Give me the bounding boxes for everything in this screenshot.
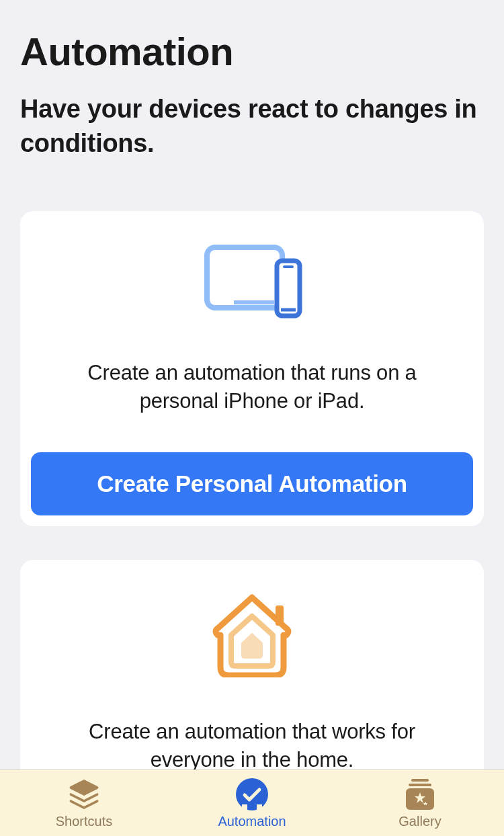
create-personal-automation-button[interactable]: Create Personal Automation [31,452,473,515]
devices-icon [31,245,473,319]
gallery-icon [403,778,437,811]
home-automation-card: Create an automation that works for ever… [20,560,484,801]
tab-shortcuts-label: Shortcuts [56,814,112,829]
svg-rect-8 [257,804,262,810]
tab-automation[interactable]: Automation [168,778,336,829]
svg-rect-0 [207,247,282,308]
tab-bar: Shortcuts Automation Gallery [0,769,504,836]
svg-rect-10 [409,784,431,786]
page-title: Automation [20,30,484,73]
svg-rect-9 [411,779,429,782]
tab-shortcuts[interactable]: Shortcuts [0,778,168,829]
svg-point-6 [236,778,268,810]
svg-rect-5 [276,605,284,626]
personal-automation-card: Create an automation that runs on a pers… [20,211,484,526]
tab-automation-label: Automation [218,814,286,829]
shortcuts-icon [67,778,101,811]
svg-rect-7 [242,804,247,810]
personal-card-description: Create an automation that runs on a pers… [31,359,473,415]
home-card-description: Create an automation that works for ever… [31,718,473,774]
tab-gallery-label: Gallery [398,814,441,829]
home-icon [31,593,473,677]
page-subtitle: Have your devices react to changes in co… [20,92,484,161]
automation-icon [235,778,269,811]
svg-rect-2 [277,261,300,316]
tab-gallery[interactable]: Gallery [336,778,504,829]
